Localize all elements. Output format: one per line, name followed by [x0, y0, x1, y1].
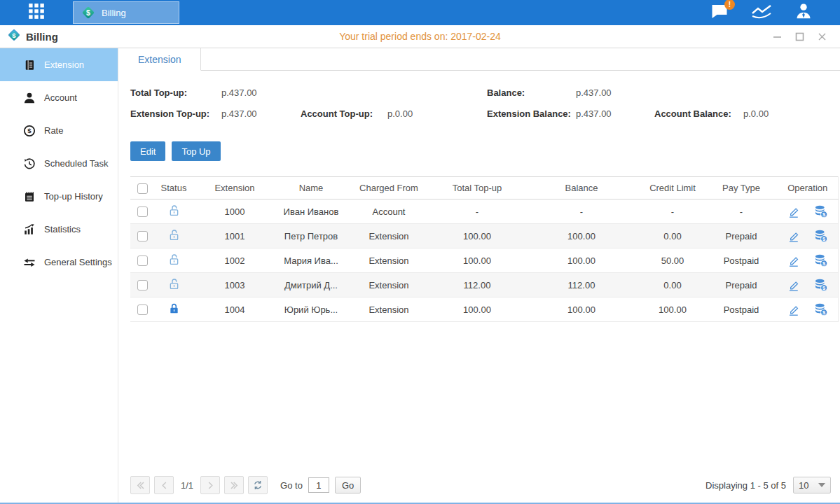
row-total-topup: 100.00 [432, 248, 523, 273]
row-balance: 100.00 [523, 248, 640, 273]
row-extension: 1003 [193, 273, 276, 298]
account-topup-value: p.0.00 [387, 108, 487, 119]
window-title: Billing [26, 31, 58, 43]
top-up-row-icon[interactable]: $ [813, 277, 829, 293]
top-up-button[interactable]: Top Up [172, 141, 220, 161]
row-extension: 1002 [193, 248, 276, 273]
last-page-button[interactable] [224, 476, 244, 494]
page-size-dropdown[interactable]: 10 [793, 477, 831, 493]
col-pay-type: Pay Type [705, 177, 778, 200]
table-row: 1004 Юрий Юрь... Extension 100.00 100.00… [130, 298, 838, 322]
table-header-row: Status Extension Name Charged From Total… [130, 177, 838, 200]
col-extension: Extension [193, 177, 276, 200]
sidebar-item-label: Rate [44, 125, 63, 136]
row-charged-from: Extension [346, 298, 432, 322]
lock-closed-icon [167, 307, 181, 318]
messages-button[interactable]: ! [708, 4, 731, 22]
row-checkbox[interactable] [137, 206, 148, 217]
row-name: Юрий Юрь... [276, 298, 346, 322]
tab-extension[interactable]: Extension [118, 48, 201, 71]
col-status: Status [154, 177, 193, 200]
edit-row-icon[interactable] [787, 228, 802, 244]
goto-page-input[interactable] [308, 477, 329, 493]
row-pay-type: Postpaid [705, 298, 778, 322]
col-total-topup: Total Top-up [432, 177, 523, 200]
clock-history-icon [22, 157, 36, 170]
row-checkbox[interactable] [137, 231, 148, 241]
account-balance-label: Account Balance: [654, 108, 743, 119]
row-charged-from: Extension [346, 248, 432, 273]
col-operation: Operation [778, 177, 838, 200]
top-up-row-icon[interactable]: $ [813, 228, 829, 244]
balance-value: p.437.00 [576, 88, 654, 98]
row-name: Иван Иванов [276, 200, 346, 224]
svg-text:$: $ [86, 8, 90, 17]
minimize-button[interactable] [771, 31, 783, 41]
top-up-row-icon[interactable]: $ [813, 204, 829, 219]
row-total-topup: 112.00 [432, 273, 523, 298]
balance-label: Balance: [487, 88, 576, 98]
top-up-row-icon[interactable]: $ [813, 253, 829, 268]
pagination-bar: 1/1 Go to Go [118, 476, 840, 503]
sidebar-item-scheduled-task[interactable]: Scheduled Task [0, 147, 118, 180]
row-charged-from: Extension [346, 273, 432, 298]
apps-grid-button[interactable] [0, 0, 73, 25]
close-button[interactable] [816, 31, 827, 41]
sidebar: Extension Account $ Rate [0, 48, 118, 503]
transfer-arrows-icon [22, 255, 36, 269]
sidebar-item-topup-history[interactable]: Top-up History [0, 180, 118, 213]
tab-label: Extension [138, 54, 181, 65]
next-page-button[interactable] [200, 476, 220, 494]
svg-text:$: $ [12, 31, 16, 39]
sidebar-item-extension[interactable]: Extension [0, 48, 118, 81]
edit-row-icon[interactable] [787, 204, 802, 219]
prev-page-button[interactable] [154, 476, 174, 494]
col-charged-from: Charged From [346, 177, 432, 200]
user-account-button[interactable] [792, 4, 815, 22]
titlebar: $ Billing Your trial period ends on: 201… [0, 25, 840, 48]
table-row: 1000 Иван Иванов Account - - - - [130, 200, 838, 224]
app-window: $ Billing ! [0, 0, 840, 504]
row-checkbox[interactable] [137, 304, 148, 315]
maximize-button[interactable] [794, 31, 805, 41]
app-tab-label: Billing [102, 8, 126, 18]
edit-row-icon[interactable] [787, 277, 802, 293]
apps-grid-icon [27, 2, 46, 23]
select-all-checkbox[interactable] [137, 183, 148, 194]
table-row: 1001 Петр Петров Extension 100.00 100.00… [130, 224, 838, 248]
row-credit-limit: 50.00 [640, 248, 705, 273]
go-button[interactable]: Go [335, 477, 361, 493]
row-balance: - [523, 200, 640, 224]
sidebar-item-statistics[interactable]: Statistics [0, 213, 118, 246]
row-checkbox[interactable] [137, 280, 148, 290]
top-up-row-icon[interactable]: $ [813, 302, 829, 317]
main-content: Extension Total Top-up: p.437.00 Extensi… [118, 48, 840, 503]
row-pay-type: - [705, 200, 778, 224]
row-checkbox[interactable] [137, 255, 148, 266]
row-extension: 1004 [193, 298, 276, 322]
col-name: Name [276, 177, 346, 200]
refresh-button[interactable] [248, 476, 268, 494]
page-indicator: 1/1 [181, 480, 193, 491]
person-icon [22, 91, 36, 104]
row-credit-limit: - [640, 200, 705, 224]
sidebar-item-label: Scheduled Task [44, 158, 109, 169]
col-balance: Balance [523, 177, 640, 200]
reports-button[interactable] [750, 4, 773, 22]
extension-table: Status Extension Name Charged From Total… [130, 176, 839, 322]
billing-dollar-diamond-icon: $ [81, 5, 96, 20]
row-name: Дмитрий Д... [276, 273, 346, 298]
edit-row-icon[interactable] [787, 253, 802, 268]
summary-panel: Total Top-up: p.437.00 Extension Top-up:… [118, 71, 840, 124]
first-page-button[interactable] [130, 476, 150, 494]
edit-button[interactable]: Edit [130, 141, 165, 161]
col-credit-limit: Credit Limit [640, 177, 705, 200]
edit-row-icon[interactable] [787, 302, 802, 317]
sidebar-item-general-settings[interactable]: General Settings [0, 246, 118, 279]
notification-badge: ! [724, 0, 735, 10]
topbar: $ Billing ! [0, 0, 840, 25]
sidebar-item-account[interactable]: Account [0, 81, 118, 114]
sidebar-item-rate[interactable]: $ Rate [0, 114, 118, 147]
app-tab-billing[interactable]: $ Billing [73, 1, 179, 24]
row-extension: 1000 [193, 200, 276, 224]
